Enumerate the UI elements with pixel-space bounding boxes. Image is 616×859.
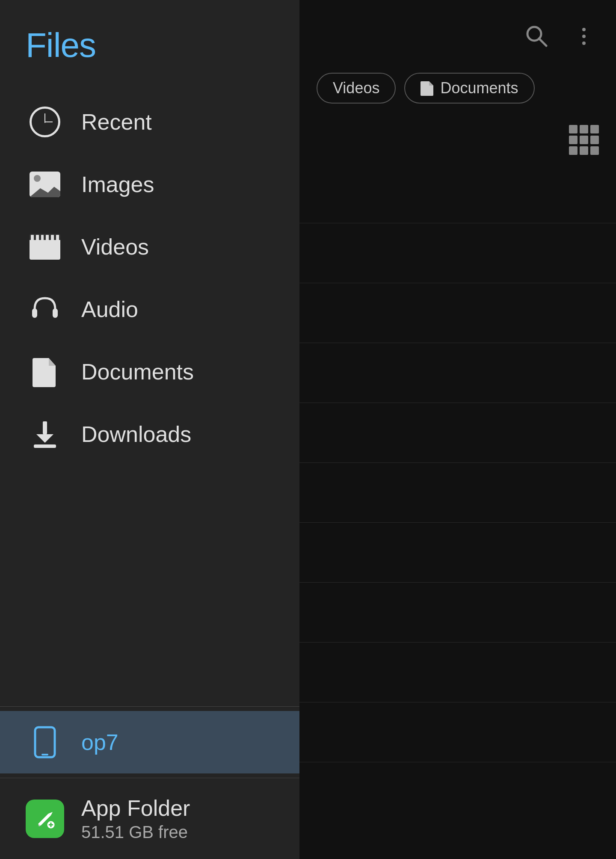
nav-label-recent: Recent bbox=[81, 109, 152, 135]
sidebar-item-audio[interactable]: Audio bbox=[0, 278, 299, 341]
sidebar-item-videos[interactable]: Videos bbox=[0, 216, 299, 278]
grid-view-container bbox=[299, 116, 616, 163]
sidebar: Files Recent Images bbox=[0, 0, 299, 859]
content-rows bbox=[299, 163, 616, 859]
more-menu-button[interactable] bbox=[569, 21, 599, 51]
divider-2 bbox=[0, 778, 299, 778]
chip-document-icon bbox=[421, 80, 434, 96]
nav-label-downloads: Downloads bbox=[81, 421, 191, 447]
content-row-5 bbox=[299, 403, 616, 463]
document-icon bbox=[26, 352, 64, 391]
more-icon bbox=[582, 28, 586, 45]
svg-rect-4 bbox=[35, 727, 55, 757]
device-label: op7 bbox=[81, 729, 118, 755]
grid-view-button[interactable] bbox=[569, 125, 599, 155]
nav-label-images: Images bbox=[81, 172, 154, 197]
search-button[interactable] bbox=[522, 21, 552, 51]
content-row-7 bbox=[299, 523, 616, 583]
svg-line-9 bbox=[539, 39, 546, 46]
right-panel: Videos Documents bbox=[299, 0, 616, 859]
app-title: Files bbox=[26, 26, 274, 65]
nav-list: Recent Images bbox=[0, 82, 299, 702]
nav-label-videos: Videos bbox=[81, 234, 149, 260]
content-row-2 bbox=[299, 223, 616, 283]
app-folder-size: 51.51 GB free bbox=[81, 823, 190, 842]
chip-videos[interactable]: Videos bbox=[317, 73, 396, 104]
content-row-10 bbox=[299, 702, 616, 762]
video-icon bbox=[26, 228, 64, 266]
divider-1 bbox=[0, 706, 299, 707]
clock-icon bbox=[26, 103, 64, 141]
content-row-8 bbox=[299, 583, 616, 643]
app-folder-section[interactable]: App Folder 51.51 GB free bbox=[0, 782, 299, 859]
nav-label-audio: Audio bbox=[81, 296, 138, 322]
nav-label-documents: Documents bbox=[81, 359, 194, 385]
svg-rect-2 bbox=[43, 421, 47, 434]
chip-videos-label: Videos bbox=[333, 79, 379, 97]
audio-icon bbox=[26, 290, 64, 329]
sidebar-item-documents[interactable]: Documents bbox=[0, 341, 299, 403]
content-row-1 bbox=[299, 163, 616, 223]
filter-chips: Videos Documents bbox=[299, 73, 616, 116]
phone-icon bbox=[26, 723, 64, 761]
app-folder-info: App Folder 51.51 GB free bbox=[81, 795, 190, 842]
sidebar-item-recent[interactable]: Recent bbox=[0, 91, 299, 153]
chip-documents[interactable]: Documents bbox=[404, 73, 534, 104]
chip-documents-label: Documents bbox=[440, 79, 518, 97]
download-icon bbox=[26, 415, 64, 453]
content-row-9 bbox=[299, 643, 616, 702]
svg-rect-5 bbox=[41, 754, 48, 755]
svg-rect-1 bbox=[53, 308, 58, 318]
sidebar-item-downloads[interactable]: Downloads bbox=[0, 403, 299, 465]
app-folder-name: App Folder bbox=[81, 795, 190, 821]
app-folder-icon bbox=[26, 800, 64, 838]
right-header bbox=[299, 0, 616, 73]
sidebar-header: Files bbox=[0, 0, 299, 82]
sidebar-item-images[interactable]: Images bbox=[0, 153, 299, 216]
content-row-4 bbox=[299, 343, 616, 403]
content-row-6 bbox=[299, 463, 616, 523]
svg-rect-0 bbox=[32, 308, 37, 318]
image-icon bbox=[26, 165, 64, 204]
content-row-3 bbox=[299, 283, 616, 343]
sidebar-item-device[interactable]: op7 bbox=[0, 711, 299, 773]
svg-rect-3 bbox=[34, 444, 56, 448]
